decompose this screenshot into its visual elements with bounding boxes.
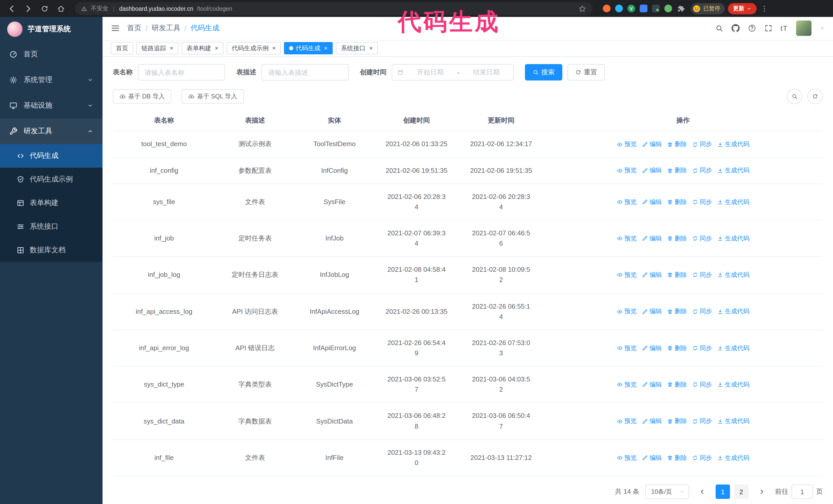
table-name-input[interactable] bbox=[138, 64, 225, 81]
edit-link[interactable]: 编辑 bbox=[642, 197, 662, 207]
extension-icon-3[interactable]: V bbox=[627, 5, 635, 12]
tab-close-icon[interactable]: × bbox=[369, 45, 373, 51]
import-db-button[interactable]: 基于 DB 导入 bbox=[113, 90, 171, 104]
sidebar-item-devtools[interactable]: 研发工具 bbox=[0, 118, 102, 144]
browser-menu-icon[interactable] bbox=[760, 4, 769, 13]
generate-code-link[interactable]: 生成代码 bbox=[717, 270, 749, 280]
tab-close-icon[interactable]: × bbox=[170, 45, 173, 51]
delete-link[interactable]: 删除 bbox=[667, 234, 687, 243]
delete-link[interactable]: 删除 bbox=[667, 343, 687, 353]
goto-page-input[interactable] bbox=[791, 484, 813, 499]
delete-link[interactable]: 删除 bbox=[667, 307, 687, 316]
sync-link[interactable]: 同步 bbox=[692, 166, 712, 175]
browser-back-button[interactable] bbox=[5, 2, 19, 15]
refresh-table-button[interactable] bbox=[807, 89, 823, 104]
tab-close-icon[interactable]: × bbox=[215, 45, 218, 51]
sidebar-item-infra[interactable]: 基础设施 bbox=[0, 93, 102, 118]
delete-link[interactable]: 删除 bbox=[667, 380, 687, 389]
sync-link[interactable]: 同步 bbox=[692, 380, 712, 389]
page-number-button[interactable]: 1 bbox=[716, 484, 730, 499]
sync-link[interactable]: 同步 bbox=[692, 197, 712, 207]
sync-link[interactable]: 同步 bbox=[692, 234, 712, 243]
font-size-icon[interactable]: tT bbox=[781, 24, 788, 32]
sync-link[interactable]: 同步 bbox=[692, 343, 712, 353]
generate-code-link[interactable]: 生成代码 bbox=[717, 380, 749, 389]
preview-link[interactable]: 预览 bbox=[617, 197, 637, 207]
edit-link[interactable]: 编辑 bbox=[642, 416, 662, 426]
prev-page-button[interactable] bbox=[695, 484, 710, 499]
app-logo[interactable]: 芋道管理系统 bbox=[0, 17, 102, 42]
extension-icon-4[interactable] bbox=[640, 5, 647, 12]
reset-button[interactable]: 重置 bbox=[568, 64, 605, 81]
user-avatar[interactable] bbox=[796, 21, 811, 36]
extensions-puzzle-icon[interactable] bbox=[677, 4, 685, 13]
page-size-select[interactable]: 10条/页 bbox=[646, 484, 689, 499]
preview-link[interactable]: 预览 bbox=[617, 270, 637, 280]
extension-icon-5[interactable] bbox=[652, 5, 660, 12]
sidebar-item-system[interactable]: 系统管理 bbox=[0, 67, 102, 93]
edit-link[interactable]: 编辑 bbox=[642, 234, 662, 243]
sync-link[interactable]: 同步 bbox=[692, 416, 712, 426]
table-desc-input[interactable] bbox=[261, 64, 349, 81]
profile-paused-badge[interactable]: 已暂停 bbox=[691, 3, 725, 14]
sidebar-item-system-api[interactable]: 系统接口 bbox=[0, 215, 102, 238]
generate-code-link[interactable]: 生成代码 bbox=[717, 343, 749, 353]
page-number-button[interactable]: 2 bbox=[734, 484, 748, 499]
tab-home[interactable]: 首页 bbox=[111, 42, 133, 55]
sync-link[interactable]: 同步 bbox=[692, 453, 712, 462]
breadcrumb-item[interactable]: 首页 bbox=[127, 24, 142, 33]
browser-forward-button[interactable] bbox=[22, 2, 35, 15]
date-range-picker[interactable]: 开始日期 - 结束日期 bbox=[391, 64, 514, 81]
bookmark-star-icon[interactable] bbox=[578, 4, 587, 13]
browser-reload-button[interactable] bbox=[38, 2, 51, 15]
sync-link[interactable]: 同步 bbox=[692, 270, 712, 280]
sidebar-item-form-builder[interactable]: 表单构建 bbox=[0, 191, 102, 215]
next-page-button[interactable] bbox=[755, 484, 769, 499]
sidebar-item-codegen-example[interactable]: 代码生成示例 bbox=[0, 168, 102, 191]
preview-link[interactable]: 预览 bbox=[617, 234, 637, 243]
sidebar-item-db-doc[interactable]: 数据库文档 bbox=[0, 238, 102, 262]
preview-link[interactable]: 预览 bbox=[617, 166, 637, 175]
extension-icon-6[interactable] bbox=[664, 5, 672, 12]
help-icon[interactable] bbox=[748, 24, 756, 32]
sync-link[interactable]: 同步 bbox=[692, 307, 712, 316]
delete-link[interactable]: 删除 bbox=[667, 416, 687, 426]
sync-link[interactable]: 同步 bbox=[692, 140, 712, 149]
preview-link[interactable]: 预览 bbox=[617, 416, 637, 426]
tab-close-icon[interactable]: × bbox=[272, 45, 276, 51]
edit-link[interactable]: 编辑 bbox=[642, 343, 662, 353]
generate-code-link[interactable]: 生成代码 bbox=[717, 307, 749, 316]
preview-link[interactable]: 预览 bbox=[617, 380, 637, 389]
generate-code-link[interactable]: 生成代码 bbox=[717, 140, 749, 149]
github-icon[interactable] bbox=[731, 24, 739, 32]
edit-link[interactable]: 编辑 bbox=[642, 453, 662, 462]
generate-code-link[interactable]: 生成代码 bbox=[717, 416, 749, 426]
generate-code-link[interactable]: 生成代码 bbox=[717, 453, 749, 462]
browser-home-button[interactable] bbox=[54, 2, 68, 15]
edit-link[interactable]: 编辑 bbox=[642, 140, 662, 149]
edit-link[interactable]: 编辑 bbox=[642, 166, 662, 175]
delete-link[interactable]: 删除 bbox=[667, 140, 687, 149]
generate-code-link[interactable]: 生成代码 bbox=[717, 166, 749, 175]
breadcrumb-item[interactable]: 研发工具 bbox=[152, 24, 181, 33]
tab-codegen[interactable]: 代码生成× bbox=[284, 42, 333, 55]
chrome-update-button[interactable]: 更新 bbox=[728, 3, 757, 14]
generate-code-link[interactable]: 生成代码 bbox=[717, 234, 749, 243]
search-icon[interactable] bbox=[715, 24, 723, 32]
sidebar-item-codegen[interactable]: 代码生成 bbox=[0, 144, 102, 168]
extension-icon-2[interactable] bbox=[615, 5, 623, 12]
sidebar-item-home[interactable]: 首页 bbox=[0, 42, 102, 67]
delete-link[interactable]: 删除 bbox=[667, 453, 687, 462]
edit-link[interactable]: 编辑 bbox=[642, 307, 662, 316]
preview-link[interactable]: 预览 bbox=[617, 453, 637, 462]
extension-icon-1[interactable] bbox=[603, 5, 611, 12]
preview-link[interactable]: 预览 bbox=[617, 343, 637, 353]
toggle-search-button[interactable] bbox=[787, 89, 802, 104]
generate-code-link[interactable]: 生成代码 bbox=[717, 197, 749, 207]
tab-system-api[interactable]: 系统接口× bbox=[336, 42, 378, 55]
delete-link[interactable]: 删除 bbox=[667, 197, 687, 207]
search-button[interactable]: 搜索 bbox=[525, 64, 562, 81]
tab-tracer[interactable]: 链路追踪× bbox=[136, 42, 178, 55]
tab-codegen-example[interactable]: 代码生成示例× bbox=[227, 42, 281, 55]
tab-close-icon[interactable]: × bbox=[324, 45, 328, 51]
